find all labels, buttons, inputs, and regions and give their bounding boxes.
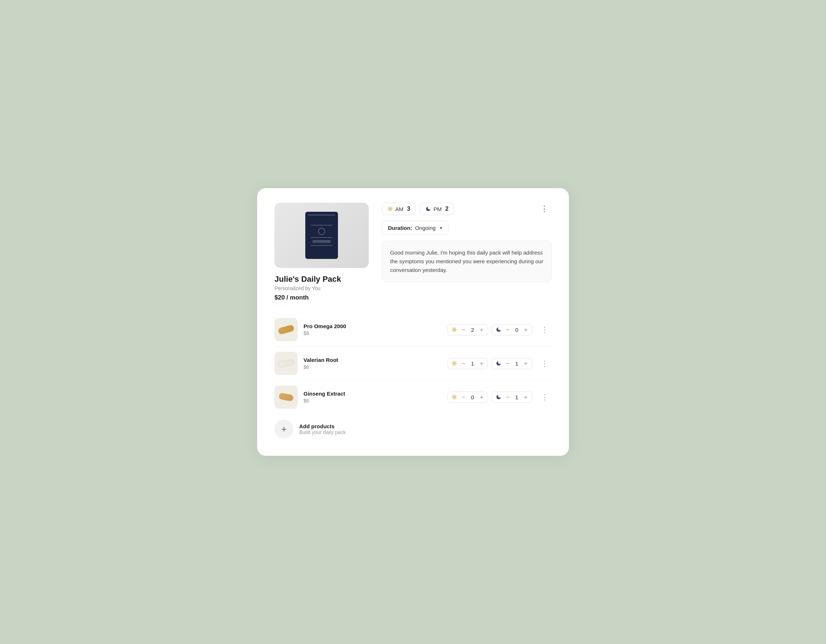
moon-icon — [496, 327, 502, 332]
am-increment-button-2[interactable]: + — [479, 394, 484, 400]
svg-line-7 — [388, 210, 389, 211]
deco-line-2 — [311, 237, 332, 238]
pm-qty-0: 0 — [514, 327, 520, 333]
pm-increment-button-2[interactable]: + — [523, 394, 528, 400]
svg-line-4 — [391, 210, 392, 211]
am-decrement-button-1[interactable]: − — [461, 360, 466, 366]
pm-increment-button-1[interactable]: + — [523, 360, 528, 366]
table-row: Ginseng Extract $6 − — [275, 380, 551, 414]
sun-icon — [452, 327, 457, 332]
am-qty-0: 2 — [470, 327, 475, 333]
svg-line-31 — [456, 399, 456, 399]
sun-icon — [387, 206, 393, 212]
pm-increment-button-0[interactable]: + — [523, 327, 528, 333]
gelcap-icon — [278, 393, 294, 402]
table-row: Pro Omega 2000 $8 — [275, 313, 551, 347]
product-thumbnail-0 — [275, 318, 298, 341]
product-price-1: $6 — [303, 364, 362, 370]
svg-point-18 — [453, 362, 455, 364]
am-qty-2: 0 — [470, 394, 475, 400]
pm-qty-control-1: − 1 + — [492, 358, 532, 369]
moon-icon — [425, 206, 431, 212]
pack-price: $20 / month — [275, 294, 369, 301]
duration-value: Ongoing — [415, 225, 436, 231]
duration-label: Duration: — [388, 225, 412, 231]
am-count: 3 — [407, 206, 410, 212]
pm-decrement-button-2[interactable]: − — [505, 394, 510, 400]
deco-rect — [312, 240, 331, 243]
daily-pack-card: Julie's Daily Pack Personalized by You $… — [257, 188, 569, 456]
am-increment-button-1[interactable]: + — [479, 360, 484, 366]
svg-line-17 — [456, 328, 456, 328]
moon-icon — [496, 360, 502, 366]
sun-icon — [452, 360, 457, 366]
top-section: Julie's Daily Pack Personalized by You $… — [275, 203, 551, 301]
am-badge: AM 3 — [382, 203, 416, 215]
product-thumbnail-1 — [275, 352, 298, 375]
am-label: AM — [395, 206, 404, 212]
am-qty-control-0: − 2 + — [447, 324, 488, 335]
product-name-1: Valerian Root — [303, 357, 362, 363]
pack-subtitle: Personalized by You — [275, 286, 369, 291]
svg-line-35 — [456, 395, 456, 396]
svg-point-0 — [389, 208, 391, 209]
add-products-row: + Add products Build your daily pack — [275, 414, 551, 438]
product-price-0: $8 — [303, 331, 362, 336]
product-controls-2: − 0 + − 1 + ⋮ — [447, 392, 551, 403]
am-qty-1: 1 — [470, 360, 475, 366]
product-info-2: Ginseng Extract $6 — [303, 391, 362, 403]
add-products-subtitle: Build your daily pack — [299, 429, 346, 435]
deco-line-3 — [311, 245, 332, 246]
pill-icon — [277, 324, 294, 335]
capsule-icon — [277, 359, 295, 368]
product-controls-1: − 1 + − 1 + ⋮ — [447, 358, 551, 369]
product-name-2: Ginseng Extract — [303, 391, 362, 397]
product-info-1: Valerian Root $6 — [303, 357, 362, 370]
svg-point-27 — [453, 396, 455, 398]
products-section: Pro Omega 2000 $8 — [275, 313, 551, 414]
product-more-button-0[interactable]: ⋮ — [538, 324, 551, 335]
pm-count: 2 — [445, 206, 449, 212]
svg-point-9 — [453, 329, 455, 331]
pm-qty-control-2: − 1 + — [492, 392, 532, 403]
svg-line-13 — [456, 331, 456, 331]
product-more-button-2[interactable]: ⋮ — [538, 392, 551, 402]
pack-more-button[interactable]: ⋮ — [537, 203, 551, 214]
product-controls-0: − 2 + − 0 + ⋮ — [447, 324, 551, 335]
product-price-2: $6 — [303, 398, 362, 403]
chevron-down-icon: ▾ — [440, 225, 442, 231]
pack-image-inner — [305, 212, 338, 259]
deco-line-1 — [311, 225, 332, 225]
product-info-0: Pro Omega 2000 $8 — [303, 323, 362, 336]
pm-qty-1: 1 — [514, 360, 520, 366]
am-qty-control-2: − 0 + — [447, 392, 488, 403]
add-products-text: Add products Build your daily pack — [299, 423, 346, 435]
table-row: Valerian Root $6 − — [275, 347, 551, 380]
sun-icon — [452, 394, 457, 400]
right-panel: AM 3 PM 2 ⋮ Duration: Ongoing ▾ — [382, 203, 551, 301]
svg-line-26 — [456, 362, 456, 362]
pm-decrement-button-1[interactable]: − — [505, 360, 510, 366]
am-qty-control-1: − 1 + — [447, 358, 488, 369]
duration-select[interactable]: Duration: Ongoing ▾ — [382, 221, 449, 235]
product-more-button-1[interactable]: ⋮ — [538, 358, 551, 368]
top-controls: AM 3 PM 2 ⋮ — [382, 203, 551, 215]
am-decrement-button-0[interactable]: − — [461, 327, 466, 333]
pack-image — [275, 203, 369, 268]
pack-message: Good morning Julie, I'm hoping this dail… — [382, 241, 551, 282]
add-products-title: Add products — [299, 423, 346, 429]
left-panel: Julie's Daily Pack Personalized by You $… — [275, 203, 369, 301]
moon-icon — [496, 394, 502, 400]
deco-circle — [318, 228, 325, 235]
product-thumbnail-2 — [275, 385, 298, 409]
am-increment-button-0[interactable]: + — [479, 327, 484, 333]
pack-title: Julie's Daily Pack — [275, 275, 369, 284]
pm-badge: PM 2 — [420, 203, 453, 215]
pm-label: PM — [433, 206, 442, 212]
pm-qty-control-0: − 0 + — [492, 324, 532, 335]
svg-line-22 — [456, 365, 456, 365]
add-products-button[interactable]: + — [275, 419, 293, 438]
pm-decrement-button-0[interactable]: − — [505, 327, 510, 333]
pm-qty-2: 1 — [514, 394, 520, 400]
am-decrement-button-2[interactable]: − — [461, 394, 466, 400]
